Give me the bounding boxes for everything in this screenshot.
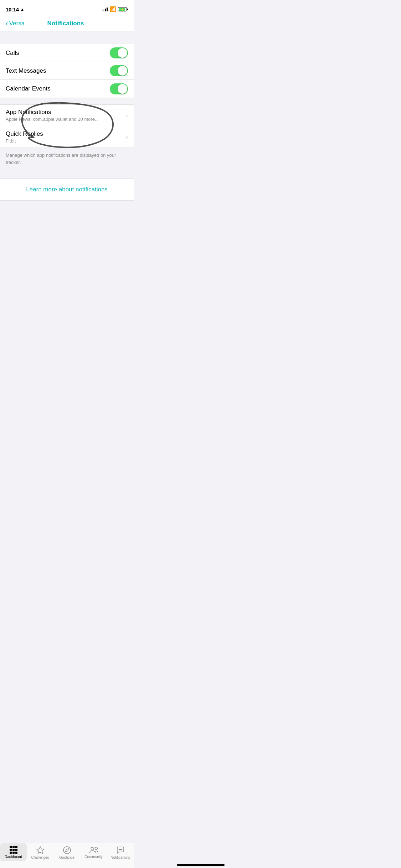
quick-replies-subtitle: Fitbit [6, 138, 128, 144]
quick-replies-row[interactable]: Quick Replies Fitbit › [0, 126, 134, 148]
text-messages-toggle-knob [118, 66, 127, 76]
learn-more-link[interactable]: Learn more about notifications [26, 186, 108, 193]
wifi-icon: 📶 [109, 6, 116, 12]
calendar-events-toggle[interactable] [110, 83, 128, 94]
calendar-events-label: Calendar Events [6, 85, 51, 92]
calls-row: Calls [0, 44, 134, 62]
section-spacer-mid [0, 98, 134, 104]
toggle-section: Calls Text Messages Calendar Events [0, 44, 134, 98]
app-notifications-row[interactable]: App Notifications Apple News, com.apple.… [0, 105, 134, 126]
quick-replies-chevron-icon: › [126, 133, 128, 141]
location-icon: ▲ [20, 7, 24, 11]
battery: ⚡ [118, 7, 128, 11]
text-messages-row: Text Messages [0, 62, 134, 80]
section-spacer-top [0, 31, 134, 44]
calls-toggle-knob [118, 48, 127, 58]
nav-bar: ‹ Versa Notifications [0, 16, 134, 31]
app-notifications-title: App Notifications [6, 109, 128, 116]
description-text: Manage which app notifications are displ… [6, 153, 116, 165]
text-messages-label: Text Messages [6, 67, 46, 74]
app-notifications-card: App Notifications Apple News, com.apple.… [0, 104, 134, 148]
back-button[interactable]: ‹ Versa [6, 19, 25, 27]
status-bar: 10:14 ▲ 📶 ⚡ [0, 0, 134, 16]
calendar-events-row: Calendar Events [0, 80, 134, 98]
learn-more-section: Learn more about notifications [0, 179, 134, 201]
app-notifications-chevron-icon: › [126, 112, 128, 119]
back-chevron-icon: ‹ [6, 19, 8, 27]
calls-label: Calls [6, 50, 19, 57]
empty-content-area [0, 201, 134, 272]
page-title: Notifications [25, 20, 107, 27]
calendar-events-toggle-knob [118, 84, 127, 94]
back-label: Versa [9, 20, 25, 27]
signal-bars [102, 7, 108, 11]
quick-replies-title: Quick Replies [6, 130, 128, 138]
status-icons: 📶 ⚡ [102, 6, 128, 12]
nav-section: App Notifications Apple News, com.apple.… [0, 104, 134, 148]
calls-toggle[interactable] [110, 47, 128, 58]
text-messages-toggle[interactable] [110, 65, 128, 76]
app-notifications-subtitle: Apple News, com.apple.wallet and 10 more… [6, 117, 128, 122]
description-area: Manage which app notifications are displ… [0, 148, 134, 172]
status-time: 10:14 [6, 6, 19, 12]
